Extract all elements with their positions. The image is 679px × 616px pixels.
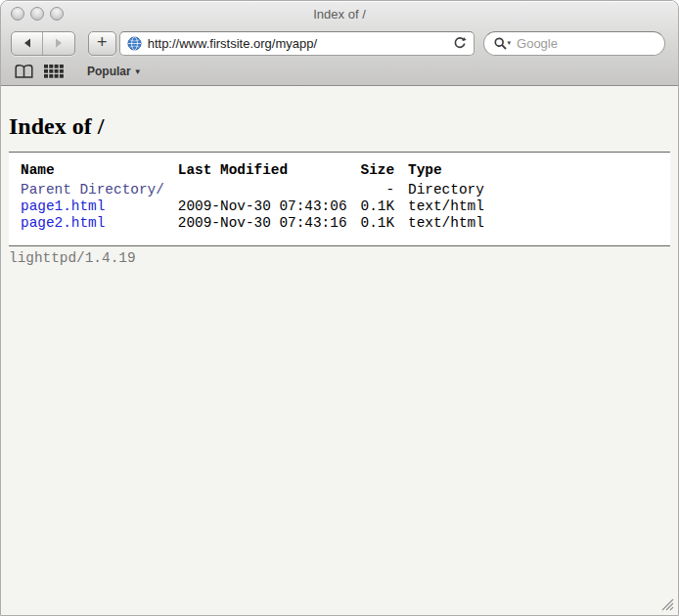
back-button[interactable] — [12, 32, 42, 55]
directory-listing: Name Last Modified Size Type Parent Dire… — [9, 152, 670, 246]
cell-size: - — [361, 182, 409, 198]
search-placeholder: Google — [517, 36, 558, 51]
page1-link[interactable]: page1.html — [21, 198, 105, 214]
table-row: Parent Directory/ - Directory — [21, 182, 498, 198]
bookmarks-book-icon[interactable] — [14, 64, 34, 79]
chevron-down-icon: ▾ — [508, 39, 512, 47]
directory-table: Name Last Modified Size Type Parent Dire… — [21, 162, 498, 232]
cell-size: 0.1K — [361, 215, 409, 232]
page-content: Index of / Name Last Modified Size Type … — [1, 86, 678, 616]
close-button[interactable] — [11, 7, 24, 21]
cell-last-modified: 2009-Nov-30 07:43:16 — [178, 215, 361, 232]
column-header-size: Size — [361, 162, 409, 182]
column-header-name: Name — [21, 162, 178, 182]
chevron-down-icon: ▼ — [134, 66, 142, 76]
window-chrome: Index of / + — [1, 1, 678, 86]
plus-icon: + — [97, 33, 108, 51]
globe-favicon-icon — [127, 36, 142, 51]
window-title: Index of / — [313, 1, 365, 28]
cell-last-modified — [178, 182, 361, 198]
cell-type: text/html — [408, 198, 498, 215]
address-bar[interactable]: http://www.firstsite.org/myapp/ — [119, 31, 475, 56]
table-row: page2.html 2009-Nov-30 07:43:16 0.1K tex… — [21, 215, 498, 232]
window-controls — [11, 7, 64, 21]
page-title: Index of / — [9, 113, 670, 140]
title-bar[interactable]: Index of / — [1, 1, 678, 28]
bookmarks-bar: Popular ▼ — [1, 58, 678, 85]
column-header-last-modified: Last Modified — [178, 162, 361, 182]
reload-icon[interactable] — [453, 36, 467, 50]
browser-window: Index of / + — [0, 0, 679, 616]
toolbar: + http://www.firstsite.org/myapp/ — [1, 28, 678, 58]
bookmark-label: Popular — [87, 65, 131, 78]
zoom-button[interactable] — [50, 7, 64, 21]
minimize-button[interactable] — [30, 7, 44, 21]
cell-size: 0.1K — [361, 198, 409, 215]
history-nav-control — [11, 31, 75, 56]
cell-type: text/html — [408, 215, 498, 232]
add-bookmark-button[interactable]: + — [88, 31, 116, 56]
cell-last-modified: 2009-Nov-30 07:43:06 — [178, 198, 361, 215]
url-text: http://www.firstsite.org/myapp/ — [148, 36, 453, 51]
cell-type: Directory — [408, 182, 498, 198]
table-row: page1.html 2009-Nov-30 07:43:06 0.1K tex… — [21, 198, 498, 215]
forward-arrow-icon — [53, 37, 65, 49]
bookmark-popular[interactable]: Popular ▼ — [87, 65, 142, 78]
back-arrow-icon — [22, 37, 33, 49]
server-version: lighttpd/1.4.19 — [9, 246, 670, 266]
column-header-type: Type — [408, 162, 498, 182]
top-sites-grid-icon[interactable] — [44, 65, 64, 78]
table-header-row: Name Last Modified Size Type — [21, 162, 498, 182]
page2-link[interactable]: page2.html — [21, 215, 105, 231]
search-field[interactable]: ▾ Google — [483, 31, 665, 56]
parent-directory-link[interactable]: Parent Directory/ — [21, 182, 164, 198]
forward-button[interactable] — [42, 32, 73, 55]
resize-grip-icon[interactable] — [659, 596, 675, 612]
search-icon — [494, 37, 507, 50]
